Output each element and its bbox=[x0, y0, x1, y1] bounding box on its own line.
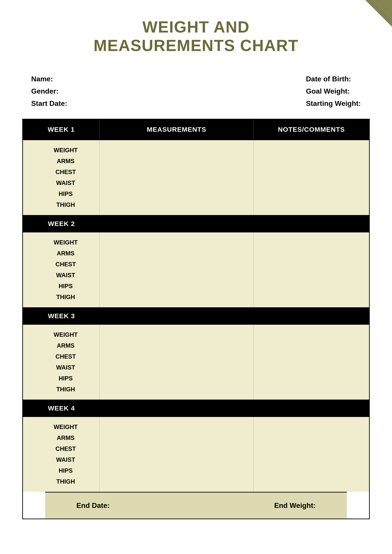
w4-waist: WAIST bbox=[41, 456, 99, 463]
w4-arms: ARMS bbox=[41, 434, 99, 441]
w3-arms: ARMS bbox=[41, 342, 99, 349]
week-3-notes bbox=[254, 325, 369, 400]
start-date-label: Start Date: bbox=[31, 99, 67, 108]
w1-arms: ARMS bbox=[41, 158, 99, 165]
info-col-left: Name: Gender: Start Date: bbox=[31, 75, 67, 108]
w2-hips: HIPS bbox=[41, 283, 99, 290]
chart-table: WEEK 1 MEASUREMENTS NOTES/COMMENTS WEIGH… bbox=[22, 119, 370, 519]
week-4-notes bbox=[254, 417, 369, 492]
week-1-labels: WEIGHT ARMS CHEST WAIST HIPS THIGH bbox=[23, 140, 100, 215]
w2-waist: WAIST bbox=[41, 272, 99, 279]
week-3-measurements bbox=[100, 325, 254, 400]
week-1-notes bbox=[254, 140, 369, 215]
week-3-header-row: WEEK 3 bbox=[23, 307, 369, 325]
page: WEIGHT AND MEASUREMENTS CHART Name: Gend… bbox=[0, 0, 392, 554]
w4-weight: WEIGHT bbox=[41, 424, 99, 431]
week-4-labels: WEIGHT ARMS CHEST WAIST HIPS THIGH bbox=[23, 417, 100, 492]
week-2-header: WEEK 2 bbox=[23, 215, 100, 232]
end-weight-label: End Weight: bbox=[274, 501, 316, 510]
starting-weight-label: Starting Weight: bbox=[306, 99, 361, 108]
info-col-right: Date of Birth: Goal Weight: Starting Wei… bbox=[306, 75, 361, 108]
gender-label: Gender: bbox=[31, 87, 67, 95]
col-header-notes: NOTES/COMMENTS bbox=[254, 120, 369, 140]
week-1-measurements bbox=[100, 140, 254, 215]
week-4-measurements bbox=[100, 417, 254, 492]
week-4-header: WEEK 4 bbox=[23, 400, 100, 417]
w4-thigh: THIGH bbox=[41, 478, 99, 485]
week-2-notes bbox=[254, 232, 369, 307]
week-4-header-row: WEEK 4 bbox=[23, 400, 369, 417]
w2-thigh: THIGH bbox=[41, 294, 99, 301]
week-2-measurements bbox=[100, 232, 254, 307]
main-title: WEIGHT AND MEASUREMENTS CHART bbox=[0, 18, 392, 55]
week-3-notes-header bbox=[254, 307, 369, 325]
w2-chest: CHEST bbox=[41, 261, 99, 268]
goal-weight-label: Goal Weight: bbox=[306, 87, 361, 95]
week-4-notes-header bbox=[254, 400, 369, 417]
w3-thigh: THIGH bbox=[41, 386, 99, 393]
week-4-data: WEIGHT ARMS CHEST WAIST HIPS THIGH bbox=[23, 417, 369, 492]
info-section: Name: Gender: Start Date: Date of Birth:… bbox=[0, 68, 392, 119]
week-3-labels: WEIGHT ARMS CHEST WAIST HIPS THIGH bbox=[23, 325, 100, 400]
w3-weight: WEIGHT bbox=[41, 331, 99, 338]
w4-hips: HIPS bbox=[41, 467, 99, 474]
week-3-measurements-header bbox=[100, 307, 254, 325]
w3-chest: CHEST bbox=[41, 353, 99, 360]
name-label: Name: bbox=[31, 75, 67, 83]
w1-weight: WEIGHT bbox=[41, 147, 99, 154]
w1-waist: WAIST bbox=[41, 180, 99, 186]
week-4-measurements-header bbox=[100, 400, 254, 417]
w3-waist: WAIST bbox=[41, 364, 99, 371]
week-2-header-row: WEEK 2 bbox=[23, 215, 369, 232]
week-3-header: WEEK 3 bbox=[23, 307, 100, 325]
week-3-data: WEIGHT ARMS CHEST WAIST HIPS THIGH bbox=[23, 325, 369, 400]
col-header-measurements: MEASUREMENTS bbox=[100, 120, 254, 140]
table-header-row: WEEK 1 MEASUREMENTS NOTES/COMMENTS bbox=[23, 120, 369, 140]
week-1-data: WEIGHT ARMS CHEST WAIST HIPS THIGH bbox=[23, 140, 369, 215]
end-date-label: End Date: bbox=[76, 501, 110, 510]
col-header-week: WEEK 1 bbox=[23, 120, 100, 140]
w3-hips: HIPS bbox=[41, 375, 99, 382]
w2-arms: ARMS bbox=[41, 250, 99, 257]
week-2-notes-header bbox=[254, 215, 369, 232]
page-header: WEIGHT AND MEASUREMENTS CHART bbox=[0, 0, 392, 68]
dob-label: Date of Birth: bbox=[306, 75, 361, 83]
w1-hips: HIPS bbox=[41, 191, 99, 198]
week-2-labels: WEIGHT ARMS CHEST WAIST HIPS THIGH bbox=[23, 232, 100, 307]
footer-section: End Date: End Weight: bbox=[45, 492, 347, 518]
w1-thigh: THIGH bbox=[41, 201, 99, 208]
w1-chest: CHEST bbox=[41, 169, 99, 176]
w2-weight: WEIGHT bbox=[41, 239, 99, 246]
week-2-measurements-header bbox=[100, 215, 254, 232]
w4-chest: CHEST bbox=[41, 446, 99, 452]
week-2-data: WEIGHT ARMS CHEST WAIST HIPS THIGH bbox=[23, 232, 369, 307]
